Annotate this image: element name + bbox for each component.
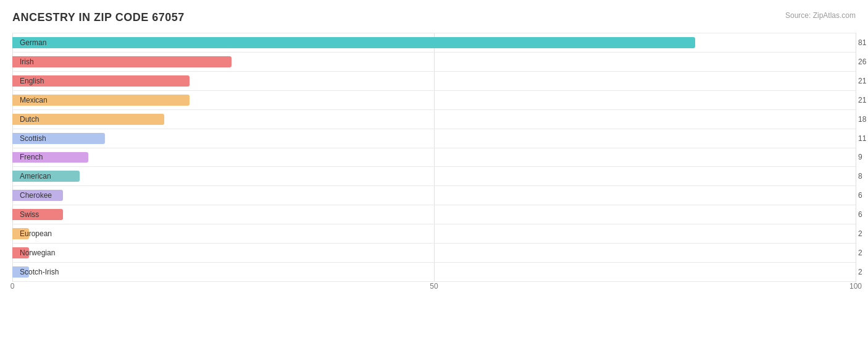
bars-section: German81Irish26English21Mexican21Dutch18… xyxy=(12,33,856,282)
bar-label: Scottish xyxy=(16,134,50,143)
bar-label: Mexican xyxy=(16,95,51,105)
bar-value: 6 xyxy=(858,210,862,219)
x-tick: 0 xyxy=(10,282,15,291)
bar-row: French9 xyxy=(12,148,856,168)
bar-fill: English xyxy=(12,75,190,87)
bar-fill: Irish xyxy=(12,56,232,67)
bar-row: European2 xyxy=(12,224,856,244)
bar-fill: Mexican xyxy=(12,95,190,106)
bar-row: Irish26 xyxy=(12,53,856,72)
bar-label: Swiss xyxy=(16,210,43,219)
chart-area: German81Irish26English21Mexican21Dutch18… xyxy=(12,33,856,300)
bar-wrapper: Irish26 xyxy=(12,56,856,67)
bar-row: Cherokee6 xyxy=(12,186,856,205)
bar-label: Scotch-Irish xyxy=(16,267,62,277)
bar-wrapper: German81 xyxy=(12,37,856,48)
bar-value: 2 xyxy=(858,229,862,238)
bar-fill: French xyxy=(12,152,88,163)
bar-wrapper: American8 xyxy=(12,171,856,182)
bar-row: Swiss6 xyxy=(12,205,856,224)
bar-fill: Dutch xyxy=(12,114,164,125)
source-label: Source: ZipAtlas.com xyxy=(785,11,856,20)
bar-fill: German xyxy=(12,37,695,48)
bar-wrapper: Dutch18 xyxy=(12,114,856,125)
bar-value: 2 xyxy=(858,249,862,257)
bar-label: Dutch xyxy=(16,114,43,124)
bar-wrapper: Mexican21 xyxy=(12,95,856,106)
bar-wrapper: Norwegian2 xyxy=(12,247,856,258)
bar-label: European xyxy=(16,229,56,239)
bar-label: Norwegian xyxy=(16,248,59,258)
bar-wrapper: European2 xyxy=(12,228,856,239)
bar-fill: American xyxy=(12,171,80,182)
bar-wrapper: Scotch-Irish2 xyxy=(12,266,856,278)
bar-row: German81 xyxy=(12,33,856,53)
chart-container: ANCESTRY IN ZIP CODE 67057 Source: ZipAt… xyxy=(0,0,868,353)
bar-row: Norwegian2 xyxy=(12,244,856,263)
bar-label: Cherokee xyxy=(16,190,56,200)
bar-label: Irish xyxy=(16,57,38,67)
chart-title: ANCESTRY IN ZIP CODE 67057 xyxy=(12,11,856,24)
bar-row: Mexican21 xyxy=(12,91,856,110)
bar-label: German xyxy=(16,38,50,48)
bar-wrapper: Swiss6 xyxy=(12,209,856,220)
bar-row: Scottish11 xyxy=(12,129,856,148)
bar-value: 9 xyxy=(858,153,862,161)
bar-fill: Cherokee xyxy=(12,190,63,201)
x-tick: 100 xyxy=(849,282,862,291)
bar-value: 21 xyxy=(858,96,866,104)
bar-label: French xyxy=(16,152,46,162)
bar-row: Scotch-Irish2 xyxy=(12,263,856,282)
bar-wrapper: Cherokee6 xyxy=(12,190,856,201)
bar-fill: Scottish xyxy=(12,133,105,144)
x-axis: 050100 xyxy=(12,282,856,300)
bar-value: 26 xyxy=(858,57,866,66)
bar-value: 8 xyxy=(858,172,862,181)
bar-value: 2 xyxy=(858,268,862,276)
bar-value: 6 xyxy=(858,191,862,200)
bar-row: American8 xyxy=(12,167,856,186)
bar-fill: Norwegian xyxy=(12,247,29,258)
bar-value: 18 xyxy=(858,115,866,124)
bar-value: 81 xyxy=(858,38,866,47)
x-tick: 50 xyxy=(430,282,438,291)
bar-wrapper: French9 xyxy=(12,152,856,163)
bar-value: 21 xyxy=(858,77,866,85)
bar-row: Dutch18 xyxy=(12,110,856,129)
grid-line-100 xyxy=(856,33,856,282)
bar-wrapper: Scottish11 xyxy=(12,133,856,144)
bar-label: American xyxy=(16,171,55,181)
bar-label: English xyxy=(16,76,48,86)
bar-value: 11 xyxy=(858,134,866,143)
bar-row: English21 xyxy=(12,72,856,91)
bar-wrapper: English21 xyxy=(12,75,856,87)
bar-fill: Scotch-Irish xyxy=(12,266,29,278)
bar-fill: European xyxy=(12,228,29,239)
bar-fill: Swiss xyxy=(12,209,63,220)
